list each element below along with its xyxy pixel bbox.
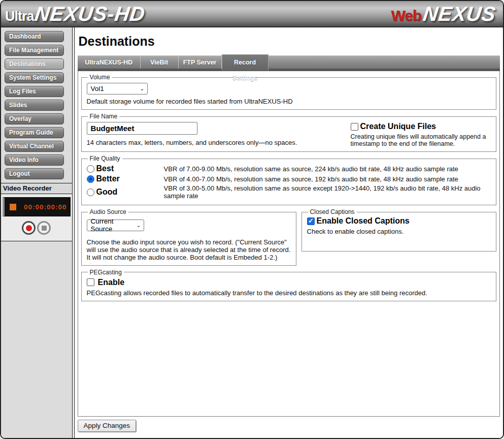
logo-name: NEXUS-HD: [33, 3, 146, 25]
quality-option-row: Better VBR of 4.00-7.00 Mb/s, resolution…: [87, 174, 491, 183]
quality-better-label: Better: [96, 174, 120, 183]
logo-prefix: Ultra: [5, 9, 34, 24]
quality-better-radio[interactable]: [87, 175, 94, 183]
create-unique-files-help: Creating unique files will automatically…: [351, 133, 491, 147]
stop-icon: [42, 226, 47, 231]
tab-viebit[interactable]: VieBit: [141, 56, 179, 69]
pegcasting-legend: PEGcasting: [88, 269, 124, 276]
chevron-down-icon: ⌄: [136, 222, 141, 229]
sidebar-item-file-management[interactable]: File Management: [5, 45, 64, 56]
quality-option-row: Best VBR of 7.00-9.00 Mb/s, resolution s…: [87, 164, 491, 173]
header-banner: Ultra NEXUS-HD Web NEXUS: [1, 1, 503, 27]
record-icon: [26, 225, 32, 231]
tab-bar-filler: [268, 56, 500, 69]
app-window: Ultra NEXUS-HD Web NEXUS Dashboard File …: [0, 0, 504, 439]
web-logo-name: NEXUS: [422, 3, 497, 25]
quality-best-radio[interactable]: [87, 165, 94, 173]
sidebar-item-log-files[interactable]: Log Files: [5, 86, 64, 97]
recorder-status-icon: [10, 204, 16, 210]
sidebar-item-video-info[interactable]: Video Info: [5, 154, 64, 166]
create-unique-files-label: Create Unique Files: [360, 122, 436, 131]
sidebar-item-overlay[interactable]: Overlay: [5, 113, 64, 124]
page-title: Destinations: [79, 34, 500, 49]
sidebar-filler: [1, 241, 72, 438]
pegcasting-help-text: PEGcasting allows recorded files to auto…: [87, 289, 491, 297]
chevron-down-icon: ⌄: [140, 85, 144, 92]
sidebar-item-system-settings[interactable]: System Settings: [5, 72, 64, 83]
video-recorder-title: Video Recorder: [1, 183, 72, 194]
main-content: Destinations UltraNEXUS-HD VieBit FTP Se…: [75, 27, 503, 438]
recorder-lcd-display: 00:00:00:00: [3, 197, 71, 216]
quality-good-description: VBR of 3.00-5.00 Mb/s, resolution same a…: [164, 184, 491, 200]
ultranexus-logo: Ultra NEXUS-HD: [5, 3, 145, 25]
file-name-input[interactable]: [87, 122, 197, 135]
file-name-help-text: 14 characters max, letters, numbers, and…: [87, 139, 351, 146]
volume-help-text: Default storage volume for recorded file…: [87, 98, 491, 105]
sidebar-item-program-guide[interactable]: Program Guide: [5, 127, 64, 138]
sidebar: Dashboard File Management Destinations S…: [1, 27, 73, 438]
closed-captions-help-text: Check to enable closed captions.: [307, 228, 491, 235]
closed-captions-legend: Closed Captions: [308, 208, 357, 215]
enable-closed-captions-checkbox[interactable]: [307, 217, 315, 225]
web-logo-prefix: Web: [391, 7, 421, 24]
pegcasting-enable-label: Enable: [98, 278, 124, 287]
sidebar-item-destinations[interactable]: Destinations: [5, 58, 64, 70]
volume-select[interactable]: Vol1 ⌄: [87, 83, 148, 95]
quality-option-row: Good VBR of 3.00-5.00 Mb/s, resolution s…: [87, 184, 491, 200]
sidebar-nav: Dashboard File Management Destinations S…: [1, 27, 72, 183]
audio-source-help-text: Choose the audio input source you wish t…: [87, 238, 291, 261]
record-button[interactable]: [22, 221, 36, 235]
apply-changes-button[interactable]: Apply Changes: [78, 420, 137, 432]
audio-source-legend: Audio Source: [88, 208, 128, 215]
quality-best-description: VBR of 7.00-9.00 Mb/s, resolution same a…: [164, 165, 491, 173]
video-recorder-panel: 00:00:00:00: [1, 194, 72, 241]
tab-record-settings[interactable]: Record Settings: [222, 54, 268, 71]
recorder-timecode: 00:00:00:00: [24, 203, 67, 211]
volume-select-value: Vol1: [91, 85, 104, 92]
closed-captions-fieldset: Closed Captions Enable Closed Captions C…: [301, 208, 496, 252]
enable-closed-captions-label: Enable Closed Captions: [317, 216, 410, 226]
webnexus-logo: Web NEXUS: [391, 3, 496, 25]
stop-button[interactable]: [37, 221, 51, 235]
sidebar-item-dashboard[interactable]: Dashboard: [5, 31, 64, 42]
quality-better-description: VBR of 4.00-7.00 Mb/s, resolution same a…: [164, 175, 491, 183]
tab-ultranexus-hd[interactable]: UltraNEXUS-HD: [78, 56, 141, 69]
quality-good-radio[interactable]: [87, 189, 94, 196]
file-name-legend: File Name: [88, 113, 120, 120]
create-unique-files-checkbox[interactable]: [351, 123, 358, 131]
tab-ftp-server[interactable]: FTP Server: [179, 56, 222, 69]
quality-good-label: Good: [96, 187, 118, 197]
audio-source-select-value: Current Source: [91, 217, 132, 233]
file-name-fieldset: File Name 14 characters max, letters, nu…: [81, 113, 496, 152]
quality-best-label: Best: [96, 164, 114, 173]
volume-fieldset: Volume Vol1 ⌄ Default storage volume for…: [81, 74, 496, 110]
record-settings-panel: Volume Vol1 ⌄ Default storage volume for…: [78, 71, 500, 417]
file-quality-legend: File Quality: [88, 155, 122, 162]
sidebar-item-logout[interactable]: Logout: [5, 168, 64, 179]
volume-legend: Volume: [88, 74, 112, 81]
audio-source-select[interactable]: Current Source ⌄: [87, 220, 144, 231]
sidebar-item-slides[interactable]: Slides: [5, 100, 64, 111]
pegcasting-fieldset: PEGcasting Enable PEGcasting allows reco…: [81, 269, 496, 301]
sidebar-item-virtual-channel[interactable]: Virtual Channel: [5, 141, 64, 152]
tab-bar: UltraNEXUS-HD VieBit FTP Server Record S…: [78, 55, 500, 69]
audio-source-fieldset: Audio Source Current Source ⌄ Choose the…: [81, 208, 296, 266]
pegcasting-enable-checkbox[interactable]: [87, 278, 94, 286]
file-quality-fieldset: File Quality Best VBR of 7.00-9.00 Mb/s,…: [81, 155, 496, 205]
